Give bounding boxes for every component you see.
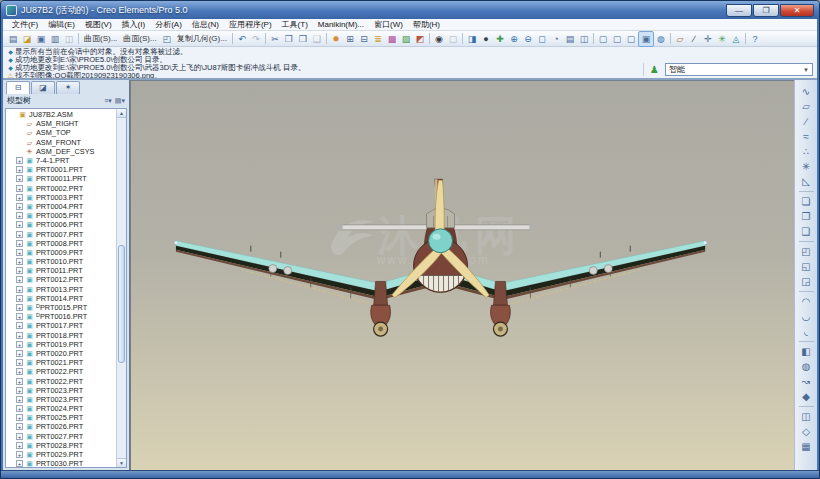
tree-item[interactable]: +PRT0020.PRT — [6, 349, 115, 358]
refit-icon[interactable]: ◻ — [535, 32, 549, 46]
tree-item[interactable]: +PRT0012.PRT — [6, 275, 115, 284]
menu-item[interactable]: Manikin(M)... — [313, 20, 369, 29]
create-component-icon[interactable]: ◱ — [798, 259, 815, 274]
tree-item[interactable]: +PRT0024.PRT — [6, 404, 115, 413]
shaded-icon[interactable]: ▣ — [638, 31, 654, 47]
tree-expander[interactable]: + — [16, 396, 23, 403]
tree-item[interactable]: +PRT0022.PRT — [6, 376, 115, 385]
tree-expander[interactable]: + — [16, 212, 23, 219]
menu-item[interactable]: 文件(F) — [7, 19, 43, 30]
tree-expander[interactable]: + — [16, 387, 23, 394]
tree-expander[interactable]: + — [16, 433, 23, 440]
menu-item[interactable]: 编辑(E) — [43, 19, 80, 30]
program-icon[interactable]: ⊟ — [357, 32, 371, 46]
selection-filter-combobox[interactable]: 智能 ▼ — [665, 63, 813, 76]
datum-plane-tool-icon[interactable]: ▱ — [798, 99, 815, 114]
datum-axis-display-icon[interactable]: ∕ — [687, 32, 701, 46]
tree-expander[interactable] — [16, 120, 23, 127]
tree-item[interactable]: +PRT0018.PRT — [6, 331, 115, 340]
tree-item[interactable]: +PRT0001.PRT — [6, 165, 115, 174]
chamfer-tool-icon[interactable]: ◡ — [798, 309, 815, 324]
tree-expander[interactable]: + — [16, 313, 23, 320]
tree-item[interactable]: +PRT00011.PRT — [6, 174, 115, 183]
assemble-component-icon[interactable]: ◰ — [798, 244, 815, 259]
tree-scrollbar[interactable]: ▲ ▼ — [116, 109, 126, 467]
find-icon[interactable]: ◉ — [432, 32, 446, 46]
merge-tool-icon[interactable]: ◇ — [798, 424, 815, 439]
tree-settings-button[interactable]: ≡▾ — [104, 95, 112, 106]
tree-expander[interactable]: + — [16, 185, 23, 192]
datum-curve-tool-icon[interactable]: ≈ — [798, 129, 815, 144]
tree-expander[interactable]: + — [16, 405, 23, 412]
tree-item[interactable]: +PRT0023.PRT — [6, 386, 115, 395]
saved-views-icon[interactable]: ▤ — [563, 32, 577, 46]
tree-expander[interactable]: + — [16, 157, 23, 164]
tree-item[interactable]: +PRT0017.PRT — [6, 321, 115, 330]
tree-item[interactable]: +PRT0027.PRT — [6, 432, 115, 441]
model-tree-tab[interactable]: ⊟ — [6, 81, 30, 94]
undo-icon[interactable]: ↶ — [235, 32, 249, 46]
menu-item[interactable]: 窗口(W) — [369, 19, 408, 30]
tree-item[interactable]: +PRT0025.PRT — [6, 413, 115, 422]
tree-item[interactable]: +DPRT0016.PRT — [6, 312, 115, 321]
view-manager-icon[interactable]: ◫ — [577, 32, 591, 46]
annotation-display-icon[interactable]: ◬ — [729, 32, 743, 46]
tree-expander[interactable]: + — [16, 359, 23, 366]
tree-item[interactable]: +PRT0021.PRT — [6, 358, 115, 367]
csys-display-icon[interactable]: ✳ — [715, 32, 729, 46]
tree-item[interactable]: JU87B2.ASM — [6, 110, 115, 119]
tree-show-button[interactable]: ▤▾ — [115, 95, 125, 106]
shade-icon[interactable]: ● — [479, 32, 493, 46]
repaint-icon[interactable]: ◨ — [465, 32, 479, 46]
tree-item[interactable]: +PRT0028.PRT — [6, 441, 115, 450]
publish-geometry-icon[interactable]: ◰ — [160, 32, 174, 46]
close-button[interactable]: ✕ — [780, 4, 814, 17]
tree-expander[interactable]: + — [16, 460, 23, 467]
scroll-down-arrow[interactable]: ▼ — [117, 458, 126, 467]
menu-item[interactable]: 插入(I) — [117, 19, 151, 30]
copy-geometry-tool-icon[interactable]: ❐ — [798, 209, 815, 224]
tree-expander[interactable]: + — [16, 194, 23, 201]
surface-copy-button-1[interactable]: 曲面(S)... — [81, 33, 120, 44]
tree-item[interactable]: ASM_TOP — [6, 128, 115, 137]
tree-item[interactable]: +DPRT0015.PRT — [6, 303, 115, 312]
tree-expander[interactable]: + — [16, 267, 23, 274]
tree-item[interactable]: +PRT0005.PRT — [6, 211, 115, 220]
tree-expander[interactable]: + — [16, 423, 23, 430]
wireframe-icon[interactable]: ▢ — [596, 32, 610, 46]
family-table-icon[interactable]: ⊞ — [343, 32, 357, 46]
tree-item[interactable]: +PRT0022.PRT — [6, 367, 115, 376]
tree-expander[interactable]: + — [16, 322, 23, 329]
zoom-out-icon[interactable]: ⊖ — [521, 32, 535, 46]
sketch-tool-icon[interactable]: ∿ — [798, 84, 815, 99]
mirror-tool-icon[interactable]: ◫ — [798, 409, 815, 424]
print-preview-icon[interactable]: ◫ — [62, 32, 76, 46]
tree-expander[interactable]: + — [16, 442, 23, 449]
tree-item[interactable]: +PRT0002.PRT — [6, 184, 115, 193]
hidden-line-icon[interactable]: ▢ — [610, 32, 624, 46]
tree-item[interactable]: +PRT0006.PRT — [6, 220, 115, 229]
paste-icon[interactable]: ❒ — [296, 32, 310, 46]
tree-item[interactable]: +PRT0026.PRT — [6, 422, 115, 431]
scrollbar-thumb[interactable] — [118, 245, 125, 363]
new-file-icon[interactable]: ▤ — [6, 32, 20, 46]
no-hidden-icon[interactable]: ▢ — [624, 32, 638, 46]
tree-item[interactable]: +PRT0008.PRT — [6, 239, 115, 248]
datum-plane-display-icon[interactable]: ▱ — [673, 32, 687, 46]
graphics-viewport[interactable]: 沐风网 www.mfcad.com — [130, 80, 796, 470]
enhanced-realism-icon[interactable]: ◍ — [654, 32, 668, 46]
tree-expander[interactable]: + — [16, 249, 23, 256]
tree-expander[interactable]: + — [16, 378, 23, 385]
tree-expander[interactable]: + — [16, 414, 23, 421]
tree-item[interactable]: +PRT0007.PRT — [6, 229, 115, 238]
tree-expander[interactable]: + — [16, 231, 23, 238]
favorites-tab[interactable]: ✶ — [56, 81, 80, 94]
layers-icon[interactable]: ≣ — [371, 32, 385, 46]
appearance-gallery-icon[interactable]: ▩ — [385, 32, 399, 46]
tree-item[interactable]: ASM_FRONT — [6, 138, 115, 147]
menu-item[interactable]: 工具(T) — [277, 19, 313, 30]
tree-expander[interactable]: + — [16, 221, 23, 228]
tree-item[interactable]: +PRT0003.PRT — [6, 193, 115, 202]
tree-item[interactable]: +PRT0014.PRT — [6, 294, 115, 303]
tree-expander[interactable]: + — [16, 258, 23, 265]
